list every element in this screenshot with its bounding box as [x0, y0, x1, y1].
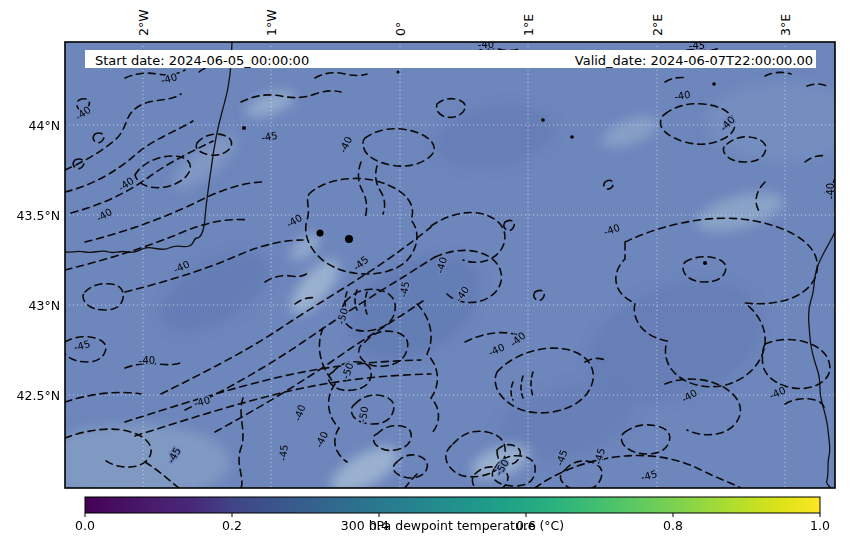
left-axis-tick-label: 43°N	[28, 298, 60, 313]
left-axis-tick-label: 42.5°N	[17, 388, 60, 403]
valid-date-label: Valid_date: 2024-06-07T22:00:00.00	[575, 53, 813, 68]
colorbar-tick-label: 0.8	[663, 518, 683, 533]
left-axis-tick-label: 44°N	[28, 118, 60, 133]
top-axis-tick-label: 1°E	[521, 14, 536, 36]
colorbar-tick-label: 1.0	[810, 518, 830, 533]
colorbar-tick-label: 0.2	[222, 518, 242, 533]
start-date-label: Start date: 2024-06-05_00:00:00	[95, 53, 309, 68]
contour-label: -45	[277, 444, 289, 461]
contour-label: -40	[139, 355, 155, 366]
colorbar-tick-label: 0.0	[75, 518, 95, 533]
top-axis-tick-label: 2°W	[136, 9, 151, 36]
colorbar: 0.00.20.40.60.81.0 300 hPa dewpoint temp…	[75, 497, 830, 533]
top-axis-tick-label: 1°W	[264, 9, 279, 36]
weather-map-figure: -40-40-40-40-40-45-40-40-45-45-50-50-40-…	[0, 0, 850, 557]
map-area: -40-40-40-40-40-45-40-40-45-45-50-50-40-…	[40, 39, 850, 503]
top-axis-tick-label: 0°	[393, 22, 408, 36]
top-axis-ticks: 2°W1°W0°1°E2°E3°E	[136, 9, 793, 36]
contour-label: -40	[478, 39, 494, 50]
left-axis-ticks: 44°N43.5°N43°N42.5°N	[17, 118, 60, 403]
top-axis-tick-label: 3°E	[778, 14, 793, 36]
top-axis-tick-label: 2°E	[650, 14, 665, 36]
left-axis-tick-label: 43.5°N	[17, 208, 60, 223]
colorbar-gradient	[85, 497, 820, 513]
colorbar-label: 300 hPa dewpoint temperature (°C)	[341, 518, 564, 533]
figure: -40-40-40-40-40-45-40-40-45-45-50-50-40-…	[0, 0, 850, 557]
